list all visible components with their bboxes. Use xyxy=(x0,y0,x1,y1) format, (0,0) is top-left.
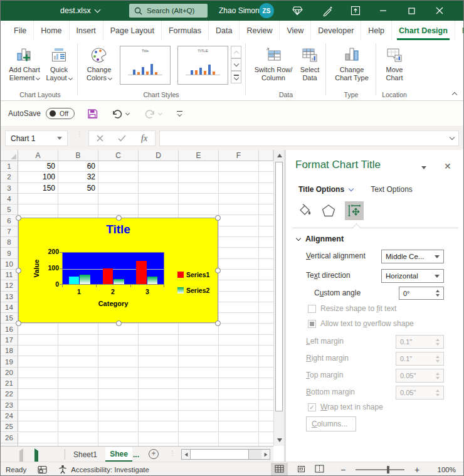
ribbon-tab-review[interactable]: Review xyxy=(239,21,279,40)
row-header-25[interactable]: 25 xyxy=(1,421,18,432)
column-header-D[interactable]: D xyxy=(139,150,179,161)
change-colors-button[interactable]: ChangeColors xyxy=(81,43,117,92)
autosave-toggle[interactable]: Off xyxy=(46,108,75,119)
row-header-18[interactable]: 18 xyxy=(1,346,18,356)
row-header-23[interactable]: 23 xyxy=(1,400,18,411)
select-data-button[interactable]: SelectData xyxy=(295,43,324,92)
row-header-16[interactable]: 16 xyxy=(1,324,18,335)
move-chart-button[interactable]: MoveChart xyxy=(378,43,411,92)
customize-qat-button[interactable] xyxy=(177,111,182,116)
ribbon-tab-developer[interactable]: Developer xyxy=(310,21,361,40)
column-header-A[interactable]: A xyxy=(18,150,58,161)
next-sheet-button[interactable] xyxy=(34,451,38,462)
ribbon-tab-insert[interactable]: Insert xyxy=(69,21,103,40)
zoom-slider[interactable] xyxy=(356,469,404,470)
cell-A1[interactable]: 50 xyxy=(18,161,58,172)
cell-B2[interactable]: 32 xyxy=(58,172,98,182)
chart-resize-handle[interactable] xyxy=(215,320,221,326)
accessibility-checker-button[interactable]: Accessibility: Investigate xyxy=(58,465,149,474)
chart-title[interactable]: Title xyxy=(19,223,218,236)
horizontal-scrollbar[interactable] xyxy=(181,449,270,460)
cancel-icon[interactable] xyxy=(97,135,103,142)
row-header-19[interactable]: 19 xyxy=(1,356,18,367)
normal-view-button[interactable] xyxy=(271,463,288,476)
tab-title-options[interactable]: Title Options xyxy=(298,185,353,194)
redo-button[interactable] xyxy=(144,108,162,119)
overflow-checkbox-row[interactable]: Allow text to overflow shape xyxy=(308,319,414,328)
close-button[interactable] xyxy=(429,1,450,21)
chart-x-axis-title[interactable]: Category xyxy=(62,300,164,307)
name-box-dropdown-icon[interactable] xyxy=(57,137,62,140)
undo-dropdown-caret[interactable] xyxy=(125,110,130,115)
bar-series2-cat3[interactable] xyxy=(147,277,158,285)
effects-icon[interactable] xyxy=(321,203,336,218)
name-box-resize-dots[interactable]: ⋮ xyxy=(76,133,83,135)
chart-object[interactable]: Title Value 200 100 0 1 2 3 Category Ser… xyxy=(18,218,218,323)
row-header-21[interactable]: 21 xyxy=(1,378,18,389)
sheet-tab-sheet1[interactable]: Sheet1 xyxy=(66,447,105,462)
row-header-2[interactable]: 2 xyxy=(1,172,18,182)
formula-bar-expand-chevron[interactable] xyxy=(450,135,455,140)
ribbon-tab-home[interactable]: Home xyxy=(33,21,68,40)
column-header-C[interactable]: C xyxy=(98,150,139,161)
row-header-5[interactable]: 5 xyxy=(1,204,18,215)
column-header-partial[interactable] xyxy=(259,150,273,161)
bar-series1-cat2[interactable] xyxy=(103,268,113,284)
scroll-right-button[interactable] xyxy=(261,450,270,459)
vertical-scrollbar[interactable] xyxy=(273,150,284,446)
row-header-26[interactable]: 26 xyxy=(1,433,18,443)
select-all-corner[interactable] xyxy=(1,150,18,161)
row-header-3[interactable]: 3 xyxy=(1,183,18,194)
plot-area[interactable] xyxy=(62,252,164,285)
save-button[interactable] xyxy=(87,108,98,119)
insert-function-icon[interactable]: fx xyxy=(141,134,147,144)
zoom-out-button[interactable]: − xyxy=(339,465,347,475)
ribbon-tab-page-layout[interactable]: Page Layout xyxy=(103,21,161,40)
row-header-17[interactable]: 17 xyxy=(1,335,18,346)
gallery-scroll-down-button[interactable] xyxy=(231,58,241,71)
change-chart-type-button[interactable]: ChangeChart Type xyxy=(329,43,374,92)
cell-B3[interactable]: 50 xyxy=(58,183,98,194)
document-title[interactable]: dest.xlsx xyxy=(60,1,100,21)
maximize-button[interactable] xyxy=(401,1,422,21)
column-header-F[interactable]: F xyxy=(219,150,259,161)
bar-series2-cat2[interactable] xyxy=(113,279,124,284)
switch-row-column-button[interactable]: Switch Row/Column xyxy=(250,43,297,92)
cell-B1[interactable]: 60 xyxy=(58,161,98,172)
row-header-8[interactable]: 8 xyxy=(1,237,18,248)
page-layout-view-button[interactable] xyxy=(297,465,306,475)
avatar[interactable]: ZS xyxy=(259,3,274,18)
cell-A2[interactable]: 100 xyxy=(18,172,58,182)
horizontal-scroll-thumb[interactable] xyxy=(190,450,249,459)
spinner-arrows-icon[interactable] xyxy=(436,290,440,297)
row-header-24[interactable]: 24 xyxy=(1,411,18,421)
ribbon-tab-file[interactable]: File xyxy=(7,21,33,40)
ribbon-tab-data[interactable]: Data xyxy=(208,21,239,40)
premium-diamond-icon[interactable] xyxy=(287,1,308,21)
legend-entry-series1[interactable]: Series1 xyxy=(177,271,209,278)
vertical-alignment-dropdown[interactable]: Middle Ce... xyxy=(381,250,444,263)
previous-sheet-button[interactable] xyxy=(19,451,23,462)
scroll-down-button[interactable] xyxy=(274,435,285,446)
legend-entry-series2[interactable]: Series2 xyxy=(177,287,209,294)
zoom-level[interactable]: 100% xyxy=(435,466,456,473)
sheet-tab-active[interactable]: Shee xyxy=(105,447,132,462)
scroll-left-button[interactable] xyxy=(182,450,190,459)
bar-series1-cat1[interactable] xyxy=(69,277,80,285)
formula-input[interactable] xyxy=(159,130,459,146)
size-properties-tab-selected[interactable] xyxy=(345,201,364,220)
bar-series2-cat1[interactable] xyxy=(80,275,90,284)
chart-resize-handle[interactable] xyxy=(16,320,21,326)
row-header-12[interactable]: 12 xyxy=(1,280,18,291)
row-header-9[interactable]: 9 xyxy=(1,248,18,258)
chart-style-thumbnail-2[interactable]: TITLE xyxy=(177,46,228,85)
collapse-ribbon-chevron-icon[interactable] xyxy=(450,89,460,98)
tabstrip-splitter-dots[interactable]: ⋮ xyxy=(169,450,176,457)
gallery-scroll-up-button[interactable] xyxy=(231,46,241,58)
vertical-scroll-thumb[interactable] xyxy=(275,162,283,411)
draw-pen-icon[interactable] xyxy=(317,1,339,21)
row-header-10[interactable]: 10 xyxy=(1,259,18,270)
row-header-13[interactable]: 13 xyxy=(1,292,18,302)
tab-text-options[interactable]: Text Options xyxy=(371,185,413,194)
chart-resize-handle[interactable] xyxy=(116,320,122,326)
